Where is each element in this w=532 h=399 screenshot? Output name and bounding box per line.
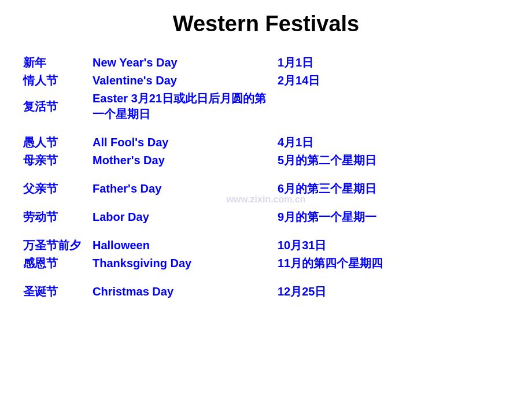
- festival-english: Easter 3月21日或此日后月圆的第一个星期日: [93, 90, 278, 123]
- spacer-row: [23, 169, 509, 180]
- festival-chinese: 圣诞节: [23, 283, 93, 301]
- festival-row: 母亲节Mother's Day5月的第二个星期日: [23, 152, 509, 169]
- festival-english: New Year's Day: [93, 54, 278, 72]
- festival-english: Valentine's Day: [93, 72, 278, 90]
- festival-english: Christmas Day: [93, 283, 278, 301]
- festival-chinese: 母亲节: [23, 152, 93, 169]
- festival-date: 10月31日: [278, 237, 509, 254]
- festival-chinese: 劳动节: [23, 208, 93, 226]
- festival-chinese: 感恩节: [23, 254, 93, 272]
- festival-english: Halloween: [93, 237, 278, 254]
- festival-chinese: 复活节: [23, 90, 93, 123]
- festival-row: 圣诞节Christmas Day12月25日: [23, 283, 509, 301]
- festival-date: 2月14日: [278, 72, 509, 90]
- festival-row: 新年New Year's Day1月1日: [23, 54, 509, 72]
- festival-chinese: 新年: [23, 54, 93, 72]
- spacer-row: [23, 272, 509, 283]
- festival-date: 12月25日: [278, 283, 509, 301]
- festival-chinese: 父亲节: [23, 180, 93, 198]
- festival-english: Labor Day: [93, 208, 278, 226]
- festival-date: 11月的第四个星期四: [278, 254, 509, 272]
- festival-chinese: 愚人节: [23, 134, 93, 152]
- festival-date: 1月1日: [278, 54, 509, 72]
- festival-date: 9月的第一个星期一: [278, 208, 509, 226]
- festival-english: Mother's Day: [93, 152, 278, 169]
- festival-date: 4月1日: [278, 134, 509, 152]
- festival-english: Father's Day: [93, 180, 278, 198]
- festival-chinese: 情人节: [23, 72, 93, 90]
- festival-row: 情人节Valentine's Day2月14日: [23, 72, 509, 90]
- festival-date: [278, 90, 509, 123]
- festival-row: 父亲节Father's Day6月的第三个星期日: [23, 180, 509, 198]
- festival-row: 复活节Easter 3月21日或此日后月圆的第一个星期日: [23, 90, 509, 123]
- festival-row: 劳动节Labor Day9月的第一个星期一: [23, 208, 509, 226]
- festival-date: 6月的第三个星期日: [278, 180, 509, 198]
- page-container: Western Festivals www.zixin.com.cn 新年New…: [0, 0, 532, 399]
- festival-date: 5月的第二个星期日: [278, 152, 509, 169]
- festival-english: All Fool's Day: [93, 134, 278, 152]
- festival-row: 感恩节Thanksgiving Day11月的第四个星期四: [23, 254, 509, 272]
- festivals-table: 新年New Year's Day1月1日情人节Valentine's Day2月…: [23, 54, 509, 301]
- festival-row: 愚人节All Fool's Day4月1日: [23, 134, 509, 152]
- festival-english: Thanksgiving Day: [93, 254, 278, 272]
- festival-row: 万圣节前夕Halloween10月31日: [23, 237, 509, 254]
- spacer-row: [23, 198, 509, 208]
- page-title: Western Festivals: [23, 12, 509, 36]
- spacer-row: [23, 226, 509, 237]
- festival-chinese: 万圣节前夕: [23, 237, 93, 254]
- spacer-row: [23, 123, 509, 134]
